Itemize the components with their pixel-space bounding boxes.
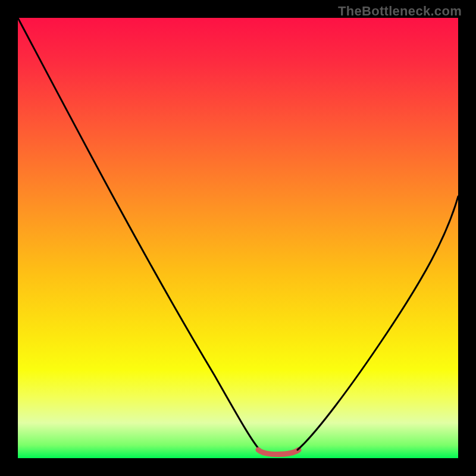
watermark-text: TheBottleneck.com — [338, 4, 462, 19]
curve-layer — [18, 18, 458, 458]
bottleneck-curve-right — [298, 196, 458, 450]
plot-area — [18, 18, 458, 458]
bottleneck-curve-left — [18, 18, 261, 451]
chart-frame: TheBottleneck.com — [0, 0, 476, 476]
bottleneck-curve-valley — [258, 450, 299, 455]
